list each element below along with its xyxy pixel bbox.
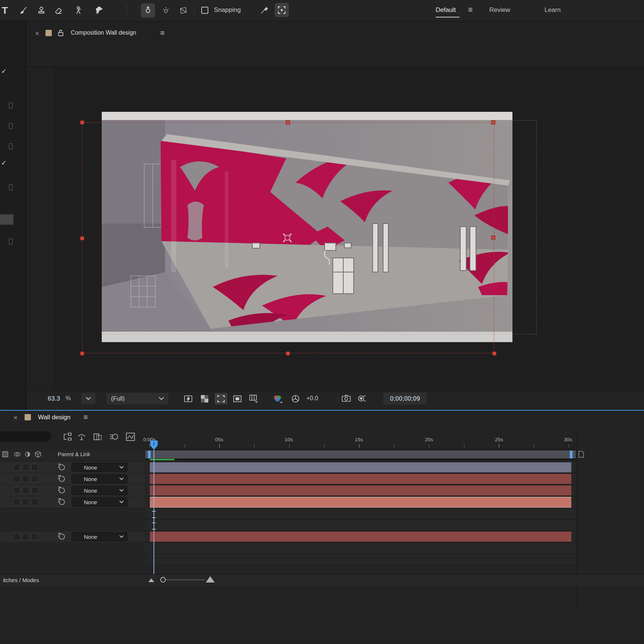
toggle-switches-modes-label[interactable]: itches / Modes	[3, 577, 39, 583]
exposure-value[interactable]: +0.0	[306, 395, 318, 402]
work-area-end-handle[interactable]	[570, 451, 572, 458]
graph-editor-icon[interactable]	[125, 432, 136, 442]
transform-handle-bottom-center[interactable]	[286, 351, 290, 356]
transform-handle-top-center[interactable]	[286, 120, 290, 124]
dolly-camera-tool-icon[interactable]	[177, 3, 191, 18]
panel-menu-icon[interactable]: ≡	[160, 29, 165, 37]
close-icon[interactable]: ×	[13, 414, 18, 421]
motion-blur-icon[interactable]	[109, 432, 119, 442]
pick-whip-icon[interactable]	[58, 533, 66, 540]
brush-tool-icon[interactable]	[16, 3, 31, 18]
parent-link-dropdown[interactable]: None	[72, 463, 127, 472]
grid-guides-icon[interactable]	[247, 393, 260, 404]
parent-link-dropdown[interactable]: None	[72, 486, 127, 495]
layer-switch[interactable]	[31, 533, 38, 540]
transparency-grid-icon[interactable]	[198, 393, 211, 404]
resolution-dropdown[interactable]: (Full)	[107, 393, 168, 404]
3d-layer-column-icon[interactable]	[34, 451, 42, 458]
zoom-in-mountain-icon[interactable]	[206, 575, 215, 583]
zoom-out-mountain-icon[interactable]	[148, 577, 154, 582]
chevron-down-icon	[119, 477, 124, 480]
layer-duration-bar[interactable]	[150, 485, 571, 496]
layer-switch[interactable]	[13, 487, 20, 494]
snapshot-camera-icon[interactable]	[342, 395, 351, 402]
region-of-interest-icon[interactable]	[275, 3, 289, 17]
parent-link-dropdown[interactable]: None	[72, 474, 127, 483]
playhead-line[interactable]	[154, 449, 154, 575]
layer-switch[interactable]	[31, 464, 38, 471]
workspace-menu-icon[interactable]: ≡	[468, 5, 473, 14]
eraser-tool-icon[interactable]	[51, 3, 66, 18]
layer-switch[interactable]	[22, 533, 29, 540]
zoom-value[interactable]: 63.3	[48, 395, 60, 402]
anchor-point-icon[interactable]	[282, 232, 293, 243]
type-tool-icon[interactable]: T	[0, 3, 12, 18]
fast-previews-icon[interactable]	[182, 393, 195, 404]
shy-layers-icon[interactable]	[76, 432, 87, 442]
orbit-camera-tool-icon[interactable]	[141, 3, 155, 18]
layer-duration-bar[interactable]	[150, 462, 571, 473]
comp-panel-tab-title[interactable]: Composition Wall design	[71, 29, 136, 36]
layer-switch[interactable]	[22, 464, 29, 471]
transform-handle-top-right[interactable]	[491, 120, 495, 124]
layer-switch[interactable]	[31, 499, 38, 505]
workspace-tab-default[interactable]: Default	[436, 6, 456, 14]
timeline-zoom-slider[interactable]	[161, 580, 205, 580]
layer-duration-bar[interactable]	[150, 531, 571, 542]
pick-whip-icon[interactable]	[58, 475, 66, 483]
transform-handle-bottom-left[interactable]	[80, 351, 84, 356]
timeline-ruler[interactable]	[149, 444, 572, 448]
transform-handle-mid-right[interactable]	[491, 236, 495, 240]
video-column-icon[interactable]	[2, 451, 10, 458]
parent-link-dropdown[interactable]: None	[72, 498, 127, 506]
layer-switch[interactable]	[13, 464, 20, 471]
channel-rgb-icon[interactable]	[272, 394, 284, 404]
timeline-search-input[interactable]	[0, 432, 51, 442]
layer-switch[interactable]	[22, 476, 29, 482]
layer-switch[interactable]	[22, 487, 29, 494]
pen-snap-icon[interactable]	[257, 3, 271, 18]
parent-link-header[interactable]: Parent & Link	[58, 451, 90, 457]
composition-mini-flowchart-icon[interactable]	[62, 432, 72, 442]
timeline-tab-title[interactable]: Wall design	[38, 414, 70, 421]
parent-link-value: None	[84, 487, 97, 494]
layer-duration-bar[interactable]	[150, 474, 571, 484]
pick-whip-icon[interactable]	[58, 487, 66, 494]
zoom-dropdown-button[interactable]	[81, 393, 95, 404]
frame-blend-icon[interactable]	[92, 432, 103, 442]
workspace-tab-learn[interactable]: Learn	[544, 6, 561, 14]
layer-switch[interactable]	[13, 533, 20, 540]
region-box-icon[interactable]	[231, 393, 244, 404]
work-area-start-handle[interactable]	[148, 451, 151, 458]
pick-whip-icon[interactable]	[58, 498, 66, 506]
layer-switch[interactable]	[31, 476, 38, 482]
transform-handle-bottom-right[interactable]	[492, 351, 496, 356]
workspace-tab-review[interactable]: Review	[489, 6, 510, 14]
close-icon[interactable]: ×	[35, 30, 39, 37]
contrast-column-icon[interactable]	[24, 451, 31, 458]
clone-stamp-tool-icon[interactable]	[34, 3, 48, 18]
current-timecode[interactable]: 0;00;00;09	[383, 392, 427, 405]
parent-link-dropdown[interactable]: None	[72, 532, 127, 541]
transform-handle-mid-left[interactable]	[80, 236, 84, 240]
playhead-handle[interactable]	[150, 441, 158, 450]
layer-switch[interactable]	[13, 476, 20, 482]
pan-camera-tool-icon[interactable]	[159, 3, 173, 18]
work-area-bar[interactable]	[145, 451, 576, 458]
show-snapshot-icon[interactable]	[357, 395, 366, 402]
snapping-checkbox[interactable]	[201, 7, 208, 14]
layer-switch[interactable]	[22, 499, 29, 505]
timeline-zoom-knob[interactable]	[160, 577, 166, 583]
comp-marker-icon[interactable]	[578, 451, 584, 458]
pick-whip-icon[interactable]	[58, 464, 66, 471]
puppet-pin-tool-icon[interactable]	[72, 3, 86, 18]
panel-menu-icon[interactable]: ≡	[83, 413, 88, 422]
layer-switch[interactable]	[13, 499, 20, 505]
blend-mode-column-icon[interactable]	[13, 451, 21, 458]
exposure-icon[interactable]	[291, 395, 300, 403]
layer-switch[interactable]	[31, 487, 38, 494]
transform-handle-top-left[interactable]	[80, 120, 84, 124]
layer-duration-bar[interactable]	[150, 497, 571, 508]
mask-visibility-icon[interactable]	[215, 393, 227, 404]
pin-tool-icon[interactable]	[92, 3, 106, 18]
